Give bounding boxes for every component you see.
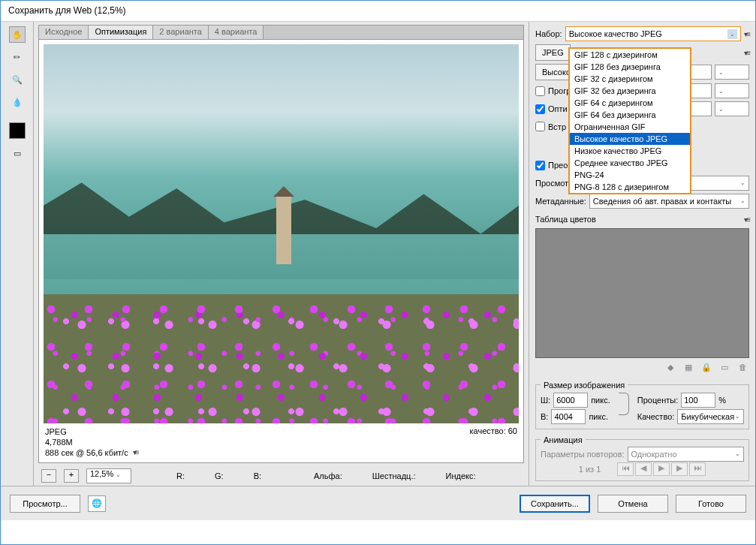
constrain-link-icon[interactable] (619, 393, 629, 415)
animation-label: Анимация (541, 435, 586, 444)
browser-icon[interactable]: 🌐 (88, 495, 106, 512)
image-size-label: Размер изображения (541, 381, 628, 390)
preset-option[interactable]: GIF 128 с дизерингом (570, 49, 690, 61)
g-label: G: (215, 471, 224, 480)
preset-option[interactable]: Низкое качество JPEG (570, 145, 690, 157)
cancel-button[interactable]: Отмена (598, 495, 668, 513)
view-tabs: Исходное Оптимизация 2 варианта 4 вариан… (38, 25, 524, 40)
ct-new-icon[interactable]: ▭ (718, 363, 731, 375)
preset-option[interactable]: Среднее качество JPEG (570, 157, 690, 169)
hand-tool-icon[interactable]: ✋ (9, 26, 26, 43)
tool-strip: ✋ ✏ 🔍 💧 ▭ (1, 22, 34, 486)
height-input[interactable] (551, 409, 586, 424)
optimized-checkbox[interactable] (535, 104, 545, 114)
preset-dropdown[interactable]: GIF 128 с дизерингомGIF 128 без дизеринг… (568, 47, 691, 194)
color-table-label: Таблица цветов (535, 215, 596, 224)
done-button[interactable]: Готово (676, 495, 746, 513)
zoom-tool-icon[interactable]: 🔍 (9, 71, 26, 88)
preview-quality: качество: 60 (469, 426, 517, 458)
preset-menu-icon[interactable]: ▾≡ (744, 30, 749, 38)
progressive-checkbox[interactable] (535, 86, 545, 96)
zoom-out-button[interactable]: − (41, 469, 56, 483)
blur-slider[interactable]: ⌄ (715, 83, 749, 98)
preview-timing: 888 сек @ 56,6 кбит/с (45, 447, 128, 458)
tab-optimized[interactable]: Оптимизация (89, 26, 153, 39)
animation-group: Анимация Параметры повторов: Однократно⌄… (535, 435, 749, 481)
anim-first-icon: ⏮ (617, 462, 634, 476)
anim-play-icon: ▶ (653, 462, 670, 476)
ct-map-icon[interactable]: ▦ (682, 363, 695, 375)
anim-next-icon: ▶ (671, 462, 688, 476)
preset-option[interactable]: GIF 64 с дизерингом (570, 97, 690, 109)
optimize-menu-icon[interactable]: ▾≡ (744, 49, 749, 57)
width-input[interactable] (553, 393, 588, 408)
anim-last-icon: ⏭ (689, 462, 706, 476)
preset-option[interactable]: GIF 128 без дизеринга (570, 61, 690, 73)
color-table (535, 228, 749, 358)
preset-option[interactable]: GIF 64 без дизеринга (570, 109, 690, 121)
preset-option[interactable]: GIF 32 без дизеринга (570, 85, 690, 97)
save-button[interactable]: Сохранить... (520, 495, 590, 513)
preview-button[interactable]: Просмотр... (10, 495, 80, 513)
preset-select[interactable]: Высокое качество JPEG⌄ (565, 26, 742, 41)
tab-original[interactable]: Исходное (39, 26, 89, 39)
preset-label: Набор: (535, 29, 562, 38)
loop-select: Однократно⌄ (628, 447, 744, 462)
image-size-group: Размер изображения Ш: пикс. В: пикс. (535, 381, 749, 429)
color-swatch[interactable] (9, 122, 26, 139)
info-bar: − + 12,5% ⌄ R: G: B: Альфа: Шестнадц.: И… (38, 466, 524, 486)
embed-profile-checkbox[interactable] (535, 122, 545, 131)
preset-option[interactable]: Ограниченная GIF (570, 121, 690, 133)
format-button[interactable]: JPEG (535, 44, 571, 61)
zoom-in-button[interactable]: + (64, 469, 79, 483)
metadata-label: Метаданные: (535, 197, 586, 206)
preview-size: 4,788M (45, 437, 138, 447)
ct-lock-icon[interactable]: 🔒 (700, 363, 713, 375)
preview-menu-icon[interactable]: ▾≡ (133, 447, 138, 458)
preset-option[interactable]: Высокое качество JPEG (570, 133, 690, 145)
convert-srgb-checkbox[interactable] (535, 161, 545, 170)
frame-indicator: 1 из 1 (579, 465, 601, 474)
zoom-select[interactable]: 12,5% ⌄ (86, 468, 131, 483)
hex-label: Шестнадц.: (372, 471, 416, 480)
quality-slider[interactable]: ⌄ (715, 65, 749, 80)
preset-option[interactable]: GIF 32 с дизерингом (570, 73, 690, 85)
preset-option[interactable]: PNG-24 (570, 169, 690, 181)
matte-select[interactable]: ⌄ (715, 101, 749, 116)
index-label: Индекс: (446, 471, 476, 480)
tab-2up[interactable]: 2 варианта (153, 26, 209, 39)
loop-label: Параметры повторов: (541, 450, 625, 459)
slice-tool-icon[interactable]: ✏ (9, 49, 26, 65)
r-label: R: (176, 471, 185, 480)
eyedropper-tool-icon[interactable]: 💧 (9, 94, 26, 110)
image-preview[interactable] (44, 44, 519, 423)
tab-4up[interactable]: 4 варианта (209, 26, 264, 39)
b-label: B: (254, 471, 261, 480)
resample-select[interactable]: Бикубическая⌄ (677, 409, 744, 424)
percent-input[interactable] (681, 393, 715, 408)
color-table-menu-icon[interactable]: ▾≡ (744, 215, 749, 224)
ct-trash-icon[interactable]: 🗑 (736, 363, 749, 375)
ct-snap-icon[interactable]: ◆ (664, 363, 677, 375)
alpha-label: Альфа: (314, 471, 342, 480)
preview-format: JPEG (45, 426, 138, 437)
preset-option[interactable]: PNG-8 128 с дизерингом (570, 181, 690, 193)
metadata-select[interactable]: Сведения об авт. правах и контакты⌄ (589, 194, 749, 209)
anim-prev-icon: ◀ (635, 462, 652, 476)
window-title: Сохранить для Web (12,5%) (1, 1, 755, 22)
slice-visibility-icon[interactable]: ▭ (9, 145, 26, 161)
